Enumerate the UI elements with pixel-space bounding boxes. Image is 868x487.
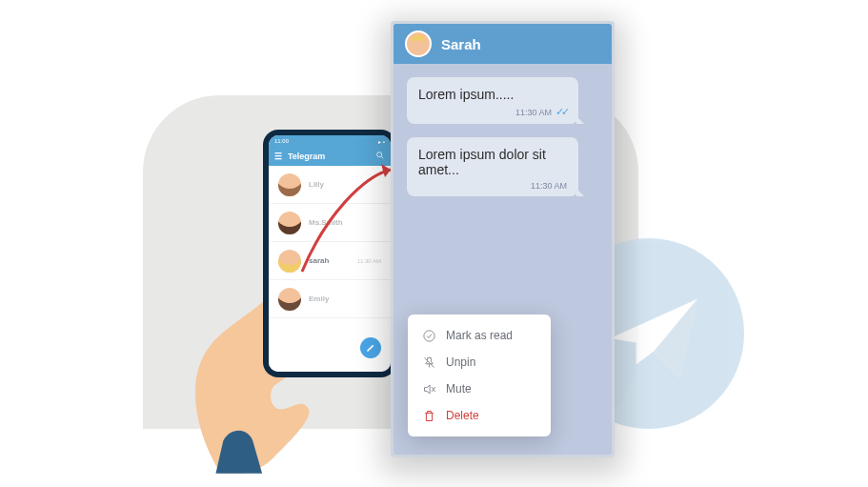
- context-menu: Mark as read Unpin Mute Delete: [408, 315, 551, 436]
- phone-status-bar: 11:00 ▸ ▪: [269, 135, 391, 147]
- svg-point-4: [423, 330, 434, 340]
- avatar: [278, 288, 301, 311]
- status-icons: ▸ ▪: [378, 138, 385, 145]
- mute-item[interactable]: Mute: [408, 375, 551, 402]
- svg-point-0: [377, 152, 382, 157]
- message-text: Lorem ipsum.....: [418, 87, 567, 102]
- chat-contact-name: Sarah: [441, 36, 481, 52]
- svg-line-1: [381, 156, 383, 158]
- pin-off-icon: [421, 355, 436, 370]
- pencil-icon: [366, 343, 375, 353]
- paper-plane-icon: [601, 286, 706, 391]
- contact-name: Emily: [309, 294, 373, 303]
- chat-header: Sarah: [394, 24, 612, 64]
- message-bubble[interactable]: Lorem ipsum dolor sit amet... 11:30 AM: [407, 137, 578, 196]
- menu-label: Mark as read: [446, 329, 513, 342]
- mute-icon: [421, 381, 436, 396]
- message-time: 11:30 AM: [531, 181, 567, 191]
- message-time: 11:30 AM: [515, 108, 552, 117]
- new-message-button[interactable]: [360, 337, 381, 358]
- delete-item[interactable]: Delete: [408, 402, 551, 429]
- menu-label: Mute: [446, 382, 472, 396]
- hamburger-icon[interactable]: ☰: [274, 152, 282, 161]
- unpin-item[interactable]: Unpin: [408, 349, 551, 375]
- check-circle-icon: [421, 328, 436, 343]
- svg-point-3: [414, 41, 423, 51]
- avatar: [405, 30, 432, 57]
- read-check-icon: ✓✓: [555, 106, 567, 118]
- search-icon[interactable]: [375, 151, 385, 162]
- trash-icon: [421, 408, 436, 423]
- status-time: 11:00: [274, 138, 289, 144]
- message-text: Lorem ipsum dolor sit amet...: [418, 147, 567, 177]
- chat-list-item[interactable]: Emily: [269, 280, 391, 318]
- menu-label: Unpin: [446, 355, 475, 369]
- app-title: Telegram: [288, 152, 370, 161]
- mark-as-read-item[interactable]: Mark as read: [408, 322, 551, 349]
- menu-label: Delete: [446, 409, 479, 422]
- message-bubble[interactable]: Lorem ipsum..... 11:30 AM ✓✓: [407, 77, 578, 124]
- arrow-icon: [297, 162, 402, 276]
